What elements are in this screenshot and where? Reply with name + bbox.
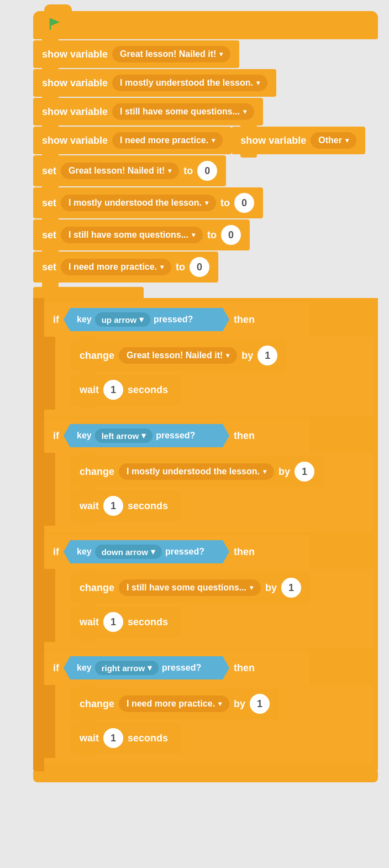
variable-dropdown-1[interactable]: I mostly understood the lesson. ▾	[112, 75, 267, 91]
show-variable-block-1: show variable I mostly understood the le…	[33, 69, 276, 97]
wait-label: wait	[80, 384, 99, 396]
if-footer-1	[44, 526, 374, 532]
show-variable-label: show variable	[42, 135, 108, 147]
set-value-3[interactable]: 0	[190, 257, 209, 277]
dropdown-arrow: ▾	[192, 231, 195, 239]
change-value-1[interactable]: 1	[295, 462, 314, 482]
set-block-2: set I still have some questions... ▾ to …	[33, 219, 250, 250]
then-label: then	[234, 546, 255, 558]
set-value-2[interactable]: 0	[221, 225, 241, 245]
then-label: then	[234, 314, 255, 326]
wait-value-2[interactable]: 1	[103, 612, 123, 632]
set-variable-dropdown-0[interactable]: Great lesson! Nailed it! ▾	[61, 163, 179, 179]
if-block-3: if key right arrow ▾ pressed? then chang…	[44, 651, 374, 765]
key-dropdown-3[interactable]: right arrow ▾	[95, 661, 159, 675]
if-label: if	[53, 662, 59, 674]
key-label: key	[77, 663, 92, 673]
to-label: to	[183, 165, 193, 177]
if-footer-0	[44, 410, 374, 416]
flag-icon	[48, 17, 62, 34]
change-dropdown-3[interactable]: I need more practice. ▾	[119, 696, 229, 712]
dropdown-arrow: ▾	[168, 167, 171, 175]
change-label: change	[80, 466, 114, 478]
pressed-label: pressed?	[154, 315, 193, 325]
set-block-0: set Great lesson! Nailed it! ▾ to 0	[33, 155, 226, 186]
hat-block	[33, 11, 378, 39]
show-variable-block-2: show variable I still have some question…	[33, 98, 263, 126]
wait-block-3: wait 1 seconds	[71, 723, 181, 754]
key-dropdown-2[interactable]: down arrow ▾	[95, 545, 162, 559]
if-label: if	[53, 314, 59, 326]
change-block-0: change Great lesson! Nailed it! ▾ by 1	[71, 340, 286, 371]
show-variable-blocks: show variable Great lesson! Nailed it! ▾…	[33, 40, 378, 155]
dropdown-arrow: ▾	[345, 137, 349, 144]
variable-dropdown-4[interactable]: Other ▾	[311, 132, 356, 149]
show-variable-block-3: show variable I need more practice. ▾	[33, 127, 232, 154]
dropdown-arrow: ▾	[160, 263, 164, 271]
show-variable-label: show variable	[42, 49, 108, 60]
if-body-0: change Great lesson! Nailed it! ▾ by 1 w…	[44, 337, 374, 410]
seconds-label: seconds	[128, 616, 168, 628]
if-footer-2	[44, 642, 374, 649]
then-label: then	[234, 662, 255, 674]
change-label: change	[80, 582, 114, 594]
if-blocks-container: if key up arrow ▾ pressed? then change G…	[44, 302, 374, 767]
dropdown-arrow: ▾	[263, 468, 266, 475]
dropdown-arrow: ▾	[205, 199, 208, 207]
dropdown-arrow: ▾	[256, 79, 260, 87]
svg-marker-0	[50, 18, 60, 26]
forever-header	[33, 287, 144, 298]
by-label: by	[241, 350, 253, 362]
set-value-1[interactable]: 0	[234, 193, 254, 213]
if-label: if	[53, 430, 59, 442]
set-block-3: set I need more practice. ▾ to 0	[33, 252, 218, 283]
variable-dropdown-2[interactable]: I still have some questions... ▾	[112, 103, 254, 120]
show-variable-label: show variable	[240, 135, 306, 147]
dropdown-arrow: ▾	[139, 315, 144, 325]
change-label: change	[80, 350, 114, 362]
change-value-0[interactable]: 1	[257, 346, 277, 365]
change-value-3[interactable]: 1	[250, 694, 270, 714]
sensing-block-2: key down arrow ▾ pressed?	[64, 540, 229, 563]
dropdown-arrow: ▾	[141, 431, 146, 441]
change-dropdown-0[interactable]: Great lesson! Nailed it! ▾	[119, 347, 237, 364]
to-label: to	[220, 197, 230, 209]
wait-value-1[interactable]: 1	[103, 496, 123, 516]
set-variable-dropdown-3[interactable]: I need more practice. ▾	[61, 259, 171, 275]
change-block-3: change I need more practice. ▾ by 1	[71, 688, 278, 719]
show-variable-block-0: show variable Great lesson! Nailed it! ▾	[33, 40, 239, 68]
dropdown-arrow: ▾	[219, 50, 223, 58]
set-variable-dropdown-1[interactable]: I mostly understood the lesson. ▾	[61, 195, 216, 211]
change-block-2: change I still have some questions... ▾ …	[71, 572, 310, 603]
wait-value-0[interactable]: 1	[103, 380, 123, 400]
dropdown-arrow: ▾	[218, 700, 222, 708]
seconds-label: seconds	[128, 733, 168, 744]
wait-value-3[interactable]: 1	[103, 728, 123, 748]
set-label: set	[42, 262, 56, 273]
key-label: key	[77, 315, 92, 325]
change-dropdown-1[interactable]: I mostly understood the lesson. ▾	[119, 463, 274, 480]
if-body-1: change I mostly understood the lesson. ▾…	[44, 453, 374, 526]
variable-dropdown-0[interactable]: Great lesson! Nailed it! ▾	[112, 46, 230, 62]
by-label: by	[265, 582, 277, 594]
set-label: set	[42, 165, 56, 177]
dropdown-arrow: ▾	[243, 108, 246, 116]
set-variable-dropdown-2[interactable]: I still have some questions... ▾	[61, 227, 203, 243]
set-label: set	[42, 197, 56, 209]
key-dropdown-1[interactable]: left arrow ▾	[95, 428, 153, 443]
if-body-3: change I need more practice. ▾ by 1 wait…	[44, 685, 374, 758]
if-header-3: if key right arrow ▾ pressed? then	[44, 651, 309, 685]
variable-dropdown-3[interactable]: I need more practice. ▾	[112, 132, 223, 149]
set-blocks: set Great lesson! Nailed it! ▾ to 0 set …	[33, 155, 378, 284]
wait-block-2: wait 1 seconds	[71, 606, 181, 637]
seconds-label: seconds	[128, 384, 168, 396]
show-variable-block-4: show variable Other ▾	[232, 127, 365, 154]
change-value-2[interactable]: 1	[281, 578, 301, 598]
set-value-0[interactable]: 0	[197, 161, 217, 181]
key-dropdown-0[interactable]: up arrow ▾	[95, 312, 150, 327]
key-label: key	[77, 431, 92, 441]
set-label: set	[42, 229, 56, 241]
change-dropdown-2[interactable]: I still have some questions... ▾	[119, 579, 261, 596]
dropdown-arrow: ▾	[226, 352, 229, 359]
if-block-1: if key left arrow ▾ pressed? then change…	[44, 419, 374, 532]
